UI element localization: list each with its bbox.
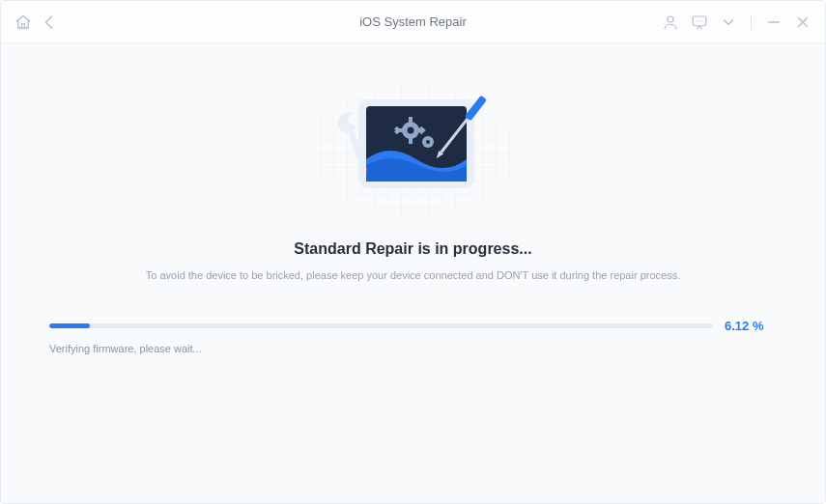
app-window: iOS System Repair (0, 0, 826, 504)
main-content: Standard Repair is in progress... To avo… (1, 43, 825, 503)
titlebar: iOS System Repair (1, 1, 825, 43)
svg-rect-10 (409, 117, 413, 123)
illustration-wrap (322, 82, 505, 217)
home-icon[interactable] (14, 14, 32, 31)
svg-point-20 (426, 140, 430, 144)
svg-rect-11 (409, 138, 413, 144)
titlebar-right (662, 14, 812, 31)
progress-fill (49, 323, 90, 328)
feedback-icon[interactable] (691, 14, 708, 31)
progress-status: Verifying firmware, please wait... (49, 343, 202, 354)
user-icon[interactable] (662, 14, 679, 31)
progress-heading: Standard Repair is in progress... (294, 240, 531, 258)
progress-subtext: To avoid the device to be bricked, pleas… (146, 267, 680, 284)
titlebar-divider (751, 14, 752, 30)
svg-point-18 (407, 127, 413, 134)
svg-point-2 (696, 20, 697, 21)
app-title: iOS System Repair (359, 14, 467, 29)
svg-point-0 (668, 16, 673, 22)
close-icon[interactable] (794, 14, 812, 31)
svg-point-4 (701, 20, 702, 21)
chevron-down-icon[interactable] (720, 14, 737, 31)
repair-illustration (322, 82, 505, 217)
progress-bar (49, 323, 713, 328)
svg-point-3 (698, 20, 699, 21)
progress-row: 6.12 % (49, 319, 777, 333)
progress-percent: 6.12 % (725, 319, 777, 333)
back-icon[interactable] (42, 14, 59, 31)
titlebar-left (14, 14, 59, 31)
minimize-icon[interactable] (765, 14, 783, 31)
